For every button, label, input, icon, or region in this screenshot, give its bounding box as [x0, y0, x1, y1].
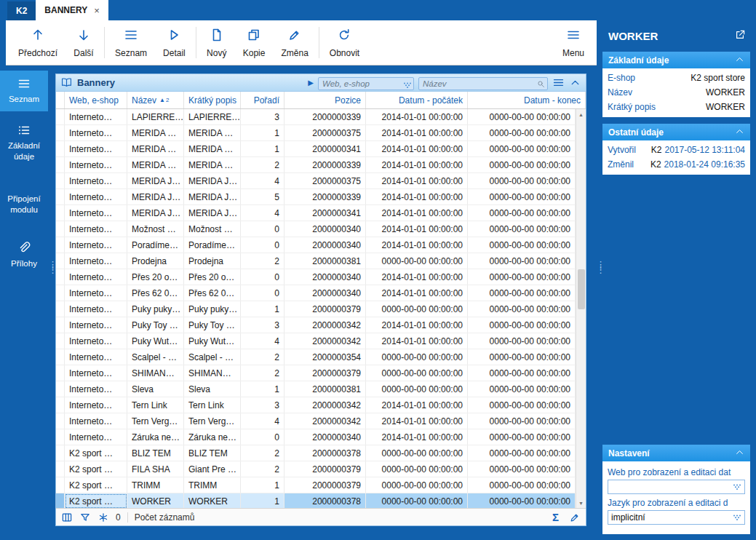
cell[interactable]: MERIDA …	[127, 157, 184, 172]
cell[interactable]: 0000-00-00 00:00:00	[468, 253, 576, 269]
cell[interactable]: 0000-00-00 00:00:00	[468, 381, 576, 397]
row-marker[interactable]	[56, 269, 65, 285]
cell[interactable]: 0000-00-00 00:00:00	[468, 493, 576, 508]
copy-button[interactable]: Kopie	[235, 20, 274, 65]
row-marker[interactable]	[56, 429, 65, 445]
cell[interactable]: Možnost …	[184, 221, 241, 237]
cell[interactable]: MERIDA …	[184, 141, 241, 156]
cell[interactable]: 2014-01-01 00:00:00	[366, 173, 468, 188]
table-row[interactable]: Interneto…Přes 20 o…Přes 20 o…0200000034…	[56, 269, 576, 285]
cell[interactable]: 2000000379	[285, 365, 366, 381]
cell[interactable]: Interneto…	[65, 237, 127, 253]
column-header-web-eshop[interactable]: Web, e-shop	[65, 92, 127, 108]
table-row[interactable]: K2 sport …WORKERWORKER120000003780000-00…	[56, 493, 576, 508]
cell[interactable]: 2	[241, 445, 285, 461]
table-row[interactable]: K2 sport …TRIMMTRIMM120000003790000-00-0…	[56, 477, 576, 493]
cell[interactable]: Záruka ne…	[127, 429, 184, 445]
field-row[interactable]: Název WORKER	[602, 85, 750, 100]
cell[interactable]: 1	[241, 493, 285, 508]
table-row[interactable]: K2 sport …FILA SHAGiant Pre …22000000379…	[56, 461, 576, 477]
cell[interactable]: WORKER	[184, 493, 241, 508]
filter-off-icon[interactable]	[79, 512, 91, 523]
cell[interactable]: 0000-00-00 00:00:00	[468, 429, 576, 445]
table-row[interactable]: Interneto…Poradíme…Poradíme…020000003402…	[56, 237, 576, 253]
cell[interactable]: 2000000379	[285, 477, 366, 493]
cell[interactable]: Scalpel - …	[127, 349, 184, 365]
cell[interactable]: 2	[241, 349, 285, 365]
cell[interactable]: Interneto…	[65, 157, 127, 172]
row-marker[interactable]	[56, 333, 65, 349]
cell[interactable]: 2014-01-01 00:00:00	[366, 109, 468, 124]
table-row[interactable]: Interneto…SlevaSleva120000003810000-00-0…	[56, 381, 576, 397]
cell[interactable]: 2000000342	[285, 333, 366, 349]
list-view-button[interactable]: Seznam	[107, 20, 155, 65]
row-marker[interactable]	[56, 141, 65, 156]
cell[interactable]: SHIMAN…	[184, 365, 241, 381]
cell[interactable]: MERIDA J…	[127, 173, 184, 188]
cell[interactable]: Interneto…	[65, 381, 127, 397]
web-display-combo[interactable]	[608, 480, 745, 494]
row-marker[interactable]	[56, 477, 65, 493]
cell[interactable]: Sleva	[127, 381, 184, 397]
table-row[interactable]: Interneto…MERIDA …MERIDA …22000000339201…	[56, 157, 576, 173]
cell[interactable]: 1	[241, 477, 285, 493]
cell[interactable]: Puky Wut…	[127, 333, 184, 349]
table-row[interactable]: Interneto…Záruka ne…Záruka ne…0200000034…	[56, 429, 576, 445]
cell[interactable]: 0000-00-00 00:00:00	[468, 461, 576, 477]
next-button[interactable]: Další	[65, 20, 102, 65]
table-row[interactable]: Interneto…SHIMAN…SHIMAN…220000003790000-…	[56, 365, 576, 381]
cell[interactable]: 2	[241, 365, 285, 381]
cell[interactable]: 2000000354	[285, 349, 366, 365]
cell[interactable]: Prodejna	[184, 253, 241, 269]
column-header-datum-pocatek[interactable]: Datum - počátek	[366, 92, 468, 108]
row-marker[interactable]	[56, 317, 65, 333]
cell[interactable]: Interneto…	[65, 269, 127, 285]
cell[interactable]: 2000000341	[285, 141, 366, 156]
filter-expander-icon[interactable]: ▶	[308, 79, 314, 87]
cell[interactable]: 0	[241, 237, 285, 253]
cell[interactable]: 2	[241, 461, 285, 477]
cell[interactable]: 0000-00-00 00:00:00	[468, 445, 576, 461]
cell[interactable]: Interneto…	[65, 125, 127, 140]
cell[interactable]: 0000-00-00 00:00:00	[468, 125, 576, 140]
cell[interactable]: 5	[241, 189, 285, 205]
cell[interactable]: 0000-00-00 00:00:00	[468, 157, 576, 172]
cell[interactable]: LAPIERRE…	[127, 109, 184, 124]
cell[interactable]: 0000-00-00 00:00:00	[468, 397, 576, 413]
row-marker[interactable]	[56, 445, 65, 461]
cell[interactable]: 0	[241, 269, 285, 285]
column-header-pozice[interactable]: Pozice	[285, 92, 366, 108]
language-display-combo[interactable]: implicitní	[608, 510, 745, 525]
cell[interactable]: 2000000340	[285, 237, 366, 253]
cell[interactable]: Interneto…	[65, 349, 127, 365]
cell[interactable]: Puky Toy …	[127, 317, 184, 333]
cell[interactable]: Tern Link	[127, 397, 184, 413]
field-row[interactable]: Vytvořil K22017-05-12 13:11:04	[602, 143, 750, 157]
cell[interactable]: Interneto…	[65, 173, 127, 188]
dropdown-icon[interactable]	[403, 79, 412, 92]
table-row[interactable]: Interneto…Přes 62 0…Přes 62 0…0200000034…	[56, 285, 576, 301]
cell[interactable]: 0000-00-00 00:00:00	[366, 445, 468, 461]
row-marker[interactable]	[56, 189, 65, 205]
cell[interactable]: Interneto…	[65, 413, 127, 429]
section-header-zakladni-udaje[interactable]: Základní údaje	[602, 52, 750, 68]
cell[interactable]: Interneto…	[65, 397, 127, 413]
cell[interactable]: 2000000340	[285, 221, 366, 237]
cell[interactable]: 2	[241, 253, 285, 269]
cell[interactable]: Puky puky…	[184, 301, 241, 317]
sidebar-item-prilohy[interactable]: Přílohy	[0, 235, 48, 276]
scrollbar-thumb[interactable]	[578, 269, 585, 309]
cell[interactable]: 0000-00-00 00:00:00	[468, 237, 576, 253]
left-splitter[interactable]: ⋮⋮	[48, 262, 54, 272]
cell[interactable]: MERIDA J…	[184, 189, 241, 205]
table-row[interactable]: Interneto…MERIDA …MERIDA …12000000341201…	[56, 141, 576, 157]
cell[interactable]: 2014-01-01 00:00:00	[366, 157, 468, 172]
cell[interactable]: Interneto…	[65, 141, 127, 156]
cell[interactable]: 2000000375	[285, 173, 366, 188]
cell[interactable]: Přes 20 o…	[184, 269, 241, 285]
cell[interactable]: 0000-00-00 00:00:00	[468, 109, 576, 124]
table-row[interactable]: Interneto…LAPIERRE…LAPIERRE…320000003392…	[56, 109, 576, 125]
table-row[interactable]: Interneto…Možnost …Možnost …020000003402…	[56, 221, 576, 237]
cell[interactable]: 0000-00-00 00:00:00	[468, 301, 576, 317]
right-splitter[interactable]: ⋮⋮	[596, 262, 602, 272]
